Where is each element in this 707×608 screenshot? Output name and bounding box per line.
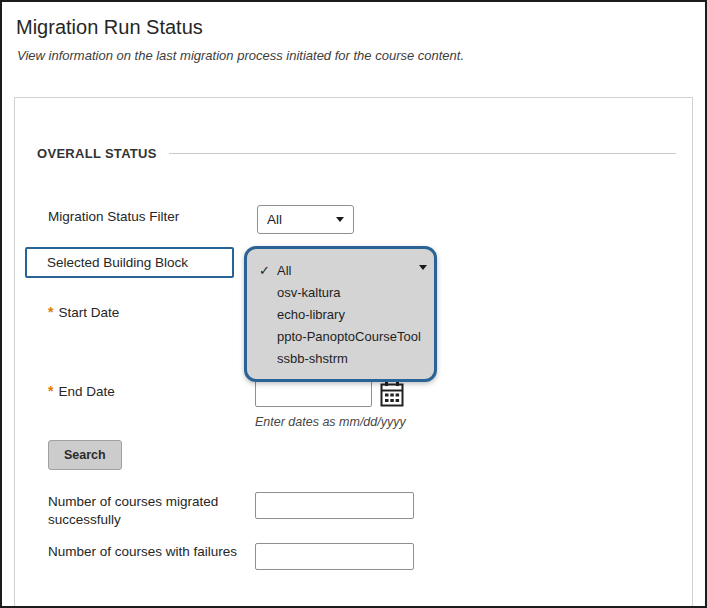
selected-building-block-label-focus[interactable]: Selected Building Block — [25, 247, 234, 278]
dropdown-option-ppto-panopto[interactable]: ppto-PanoptoCourseTool — [247, 326, 434, 348]
selected-building-block-label: Selected Building Block — [47, 255, 188, 270]
check-icon: ✓ — [259, 260, 270, 282]
migrated-count-label: Number of courses migrated successfully — [48, 493, 248, 529]
end-date-input[interactable] — [255, 380, 372, 407]
migration-run-status-page: Migration Run Status View information on… — [0, 0, 707, 608]
required-asterisk-icon: * — [48, 383, 53, 399]
migration-status-filter-label: Migration Status Filter — [48, 209, 179, 224]
dropdown-option-osv-kaltura[interactable]: osv-kaltura — [247, 282, 434, 304]
header-divider-line — [169, 153, 676, 154]
dropdown-option-label: ppto-PanoptoCourseTool — [277, 329, 421, 344]
page-title: Migration Run Status — [16, 16, 203, 39]
content-panel: OVERALL STATUS Migration Status Filter A… — [14, 97, 693, 608]
migration-status-filter-value: All — [267, 212, 282, 227]
dropdown-option-label: osv-kaltura — [277, 285, 341, 300]
migrated-count-input[interactable] — [255, 492, 414, 519]
dropdown-option-all[interactable]: ✓ All — [247, 260, 434, 282]
end-date-label-text: End Date — [58, 384, 114, 399]
required-asterisk-icon: * — [48, 304, 53, 320]
page-subtitle: View information on the last migration p… — [17, 48, 464, 63]
failures-count-label: Number of courses with failures — [48, 544, 278, 559]
building-block-dropdown-list: ✓ All osv-kaltura echo-library ppto-Pano… — [244, 246, 437, 382]
end-date-label: *End Date — [48, 383, 115, 399]
overall-status-header: OVERALL STATUS — [37, 146, 676, 161]
overall-status-title: OVERALL STATUS — [37, 146, 157, 161]
chevron-down-icon — [336, 217, 344, 222]
search-button[interactable]: Search — [48, 440, 122, 470]
calendar-icon — [380, 381, 404, 407]
date-format-hint: Enter dates as mm/dd/yyyy — [255, 415, 406, 429]
dropdown-option-label: ssbb-shstrm — [277, 351, 348, 366]
dropdown-option-label: All — [277, 263, 291, 278]
calendar-picker-button[interactable] — [377, 378, 407, 409]
migration-status-filter-select[interactable]: All — [257, 205, 354, 234]
failures-count-input[interactable] — [255, 543, 414, 570]
start-date-label: *Start Date — [48, 304, 119, 320]
dropdown-option-label: echo-library — [277, 307, 345, 322]
dropdown-option-ssbb-shstrm[interactable]: ssbb-shstrm — [247, 348, 434, 370]
start-date-label-text: Start Date — [58, 305, 119, 320]
dropdown-option-echo-library[interactable]: echo-library — [247, 304, 434, 326]
